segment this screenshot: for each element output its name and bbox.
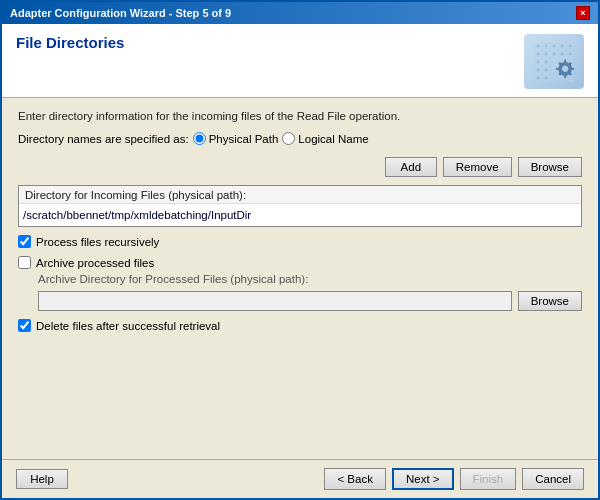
title-bar-title-group: Adapter Configuration Wizard - Step 5 of…	[10, 7, 231, 19]
directory-input[interactable]	[19, 204, 581, 226]
svg-point-15	[537, 76, 539, 78]
directory-type-label: Directory names are specified as:	[18, 133, 189, 145]
delete-checkbox[interactable]	[18, 319, 31, 332]
svg-point-4	[561, 44, 563, 46]
wizard-window: Adapter Configuration Wizard - Step 5 of…	[0, 0, 600, 500]
archive-label: Archive processed files	[36, 257, 154, 269]
info-line1: Enter directory information for the inco…	[18, 110, 582, 122]
close-button[interactable]: ×	[576, 6, 590, 20]
back-button[interactable]: < Back	[324, 468, 385, 490]
footer-nav-buttons: < Back Next > Finish Cancel	[324, 468, 584, 490]
delete-row[interactable]: Delete files after successful retrieval	[18, 319, 582, 332]
archive-directory-label: Archive Directory for Processed Files (p…	[38, 273, 582, 285]
header-icon	[524, 34, 584, 89]
finish-button[interactable]: Finish	[460, 468, 517, 490]
page-title: File Directories	[16, 34, 524, 51]
logical-name-option[interactable]: Logical Name	[282, 132, 368, 145]
svg-point-13	[537, 68, 539, 70]
window-title: Adapter Configuration Wizard - Step 5 of…	[10, 7, 231, 19]
archive-group: Archive processed files Archive Director…	[18, 256, 582, 311]
svg-point-7	[545, 52, 547, 54]
directory-section-label: Directory for Incoming Files (physical p…	[19, 186, 581, 204]
svg-point-12	[545, 60, 547, 62]
gear-icon	[534, 42, 574, 82]
header-panel: File Directories	[2, 24, 598, 98]
directory-type-row: Directory names are specified as: Physic…	[18, 132, 582, 145]
directory-button-row: Add Remove Browse	[18, 157, 582, 177]
process-recursively-checkbox[interactable]	[18, 235, 31, 248]
add-button[interactable]: Add	[385, 157, 437, 177]
physical-path-label: Physical Path	[209, 133, 279, 145]
process-recursively-label: Process files recursively	[36, 236, 159, 248]
remove-button[interactable]: Remove	[443, 157, 512, 177]
physical-path-radio[interactable]	[193, 132, 206, 145]
svg-point-11	[537, 60, 539, 62]
help-button[interactable]: Help	[16, 469, 68, 489]
next-button[interactable]: Next >	[392, 468, 454, 490]
directory-section-box: Directory for Incoming Files (physical p…	[18, 185, 582, 227]
archive-directory-input[interactable]	[38, 291, 512, 311]
svg-point-6	[537, 52, 539, 54]
archive-checkbox[interactable]	[18, 256, 31, 269]
main-content: Enter directory information for the inco…	[2, 98, 598, 459]
svg-point-14	[545, 68, 547, 70]
svg-point-5	[569, 44, 571, 46]
cancel-button[interactable]: Cancel	[522, 468, 584, 490]
process-recursively-row[interactable]: Process files recursively	[18, 235, 582, 248]
svg-point-2	[545, 44, 547, 46]
logical-name-label: Logical Name	[298, 133, 368, 145]
physical-path-option[interactable]: Physical Path	[193, 132, 279, 145]
svg-point-16	[545, 76, 547, 78]
svg-point-9	[561, 52, 563, 54]
footer: Help < Back Next > Finish Cancel	[2, 459, 598, 498]
svg-point-8	[553, 52, 555, 54]
svg-point-10	[569, 52, 571, 54]
title-bar-controls: ×	[576, 6, 590, 20]
archive-row[interactable]: Archive processed files	[18, 256, 582, 269]
svg-point-3	[553, 44, 555, 46]
header-text: File Directories	[16, 34, 524, 57]
svg-point-1	[537, 44, 539, 46]
browse-button[interactable]: Browse	[518, 157, 582, 177]
browse-archive-button[interactable]: Browse	[518, 291, 582, 311]
logical-name-radio[interactable]	[282, 132, 295, 145]
svg-rect-0	[534, 42, 574, 82]
title-bar: Adapter Configuration Wizard - Step 5 of…	[2, 2, 598, 24]
delete-label: Delete files after successful retrieval	[36, 320, 220, 332]
archive-sub-row: Browse	[38, 291, 582, 311]
